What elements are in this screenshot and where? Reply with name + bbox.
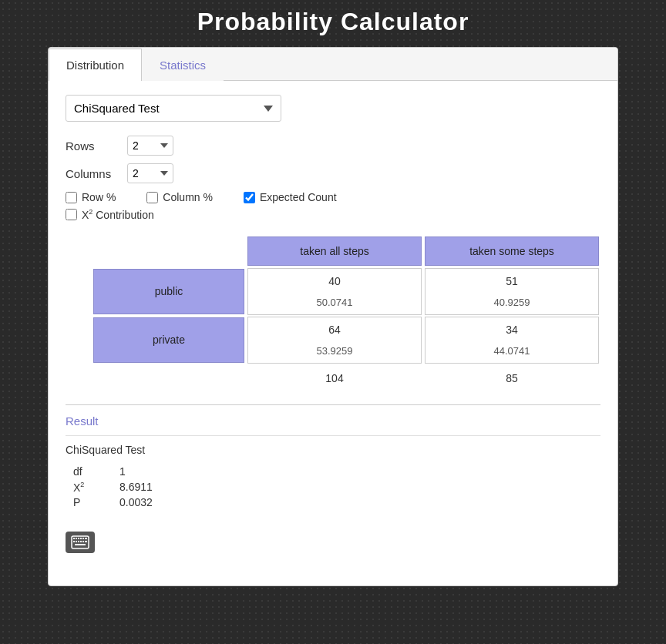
input-0-0[interactable] [248, 269, 421, 293]
stat-row-x2: X2 8.6911 [73, 481, 600, 494]
keyboard-icon-area [66, 532, 600, 553]
svg-rect-6 [85, 538, 87, 539]
stat-label-df: df [73, 465, 96, 478]
data-table-grid: taken all steps taken some steps public … [92, 235, 600, 392]
tabs-bar: Distribution Statistics [49, 48, 617, 81]
input-1-0[interactable] [248, 317, 421, 342]
stat-label-x2: X2 [73, 481, 96, 494]
input-1-1[interactable] [426, 317, 598, 342]
stat-row-p: P 0.0032 [73, 496, 600, 508]
x2-contribution-checkbox[interactable] [66, 209, 77, 220]
col-pct-checkbox-item[interactable]: Column % [146, 191, 213, 203]
svg-rect-4 [80, 538, 82, 539]
col-pct-checkbox[interactable] [146, 192, 158, 203]
expected-count-label: Expected Count [260, 191, 337, 203]
x2-contribution-label: X2 Contribution [82, 208, 154, 221]
data-table-area: taken all steps taken some steps public … [66, 235, 600, 392]
rows-row: Rows 1 2 3 4 [66, 136, 600, 156]
svg-rect-2 [76, 538, 77, 539]
svg-rect-13 [75, 544, 86, 545]
col-header-0: taken all steps [247, 236, 422, 266]
result-divider [66, 435, 600, 436]
svg-rect-11 [82, 541, 84, 542]
total-empty [92, 364, 246, 392]
data-cell-0-1: 40.9259 [425, 268, 599, 315]
stat-value-p: 0.0032 [119, 496, 153, 508]
expected-1-1: 44.0741 [494, 342, 530, 363]
tab-statistics[interactable]: Statistics [142, 49, 224, 81]
data-cell-1-0: 53.9259 [247, 317, 422, 364]
row-pct-checkbox-item[interactable]: Row % [66, 191, 116, 203]
result-stats: df 1 X2 8.6911 P 0.0032 [73, 465, 600, 509]
distribution-select-row: ChiSquared Test [66, 95, 600, 122]
row-header-private: private [93, 317, 244, 363]
expected-count-checkbox[interactable] [244, 192, 255, 203]
rows-select[interactable]: 1 2 3 4 [127, 136, 173, 156]
result-section: Result ChiSquared Test df 1 X2 8.6911 P … [66, 404, 600, 509]
main-content: ChiSquared Test Rows 1 2 3 4 Columns 1 2… [49, 81, 617, 567]
svg-rect-7 [73, 541, 75, 542]
checkboxes-row2: X2 Contribution [66, 208, 600, 221]
keyboard-icon[interactable] [66, 532, 95, 553]
col-header-1: taken some steps [425, 236, 599, 266]
expected-count-checkbox-item[interactable]: Expected Count [244, 191, 337, 203]
stat-value-x2: 8.6911 [119, 481, 153, 493]
expected-0-1: 40.9259 [494, 293, 530, 314]
stat-value-df: 1 [119, 465, 126, 478]
col-pct-label: Column % [163, 191, 213, 203]
expected-1-0: 53.9259 [317, 342, 353, 363]
data-cell-0-0: 50.0741 [247, 268, 422, 315]
columns-row: Columns 1 2 3 4 [66, 163, 600, 183]
tab-distribution[interactable]: Distribution [49, 49, 142, 81]
svg-rect-5 [82, 538, 84, 539]
data-cell-1-1: 44.0741 [425, 317, 599, 364]
svg-rect-12 [85, 541, 87, 542]
row-pct-label: Row % [82, 191, 116, 203]
keyboard-svg [71, 535, 89, 549]
stat-row-df: df 1 [73, 465, 600, 478]
calculator-container: Distribution Statistics ChiSquared Test … [48, 47, 618, 586]
row-header-public: public [93, 269, 244, 314]
distribution-select[interactable]: ChiSquared Test [66, 95, 281, 122]
x2-contribution-checkbox-item[interactable]: X2 Contribution [66, 208, 154, 221]
col-total-0: 104 [246, 364, 423, 392]
result-test-name: ChiSquared Test [66, 444, 600, 456]
svg-rect-9 [78, 541, 79, 542]
svg-rect-1 [73, 538, 75, 539]
svg-rect-3 [78, 538, 79, 539]
svg-rect-8 [76, 541, 77, 542]
columns-label: Columns [66, 167, 119, 180]
input-0-1[interactable] [426, 269, 598, 293]
expected-0-0: 50.0741 [317, 293, 353, 314]
page-title: Probability Calculator [8, 8, 658, 36]
stat-label-p: P [73, 496, 96, 508]
row-pct-checkbox[interactable] [66, 192, 77, 203]
columns-select[interactable]: 1 2 3 4 [127, 163, 173, 183]
result-title: Result [66, 414, 600, 428]
col-total-1: 85 [423, 364, 600, 392]
checkboxes-row1: Row % Column % Expected Count [66, 191, 600, 203]
table-corner-empty [92, 235, 246, 267]
svg-rect-10 [80, 541, 82, 542]
rows-label: Rows [66, 139, 119, 153]
